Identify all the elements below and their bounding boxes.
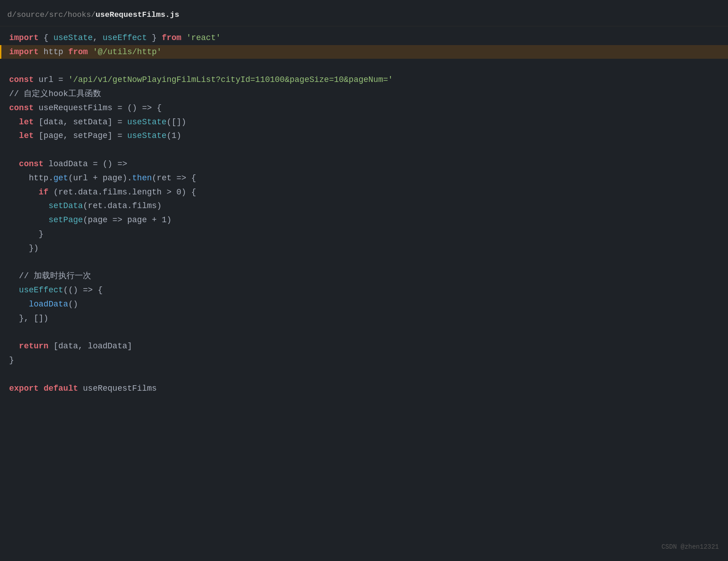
token: setPage xyxy=(48,215,83,224)
token xyxy=(9,342,19,351)
token xyxy=(39,384,44,393)
line-content: // 自定义hook工具函数 xyxy=(9,87,101,101)
token: setData xyxy=(48,201,83,210)
token: [data, loadData] xyxy=(48,342,132,351)
token: let xyxy=(19,117,34,127)
line-content: export default useRequestFilms xyxy=(9,382,157,395)
code-line xyxy=(9,59,728,73)
token: '@/utils/http' xyxy=(93,47,162,56)
code-line: export default useRequestFilms xyxy=(9,382,728,396)
code-line: }, []) xyxy=(9,311,728,326)
token xyxy=(181,33,186,42)
token: useEffect xyxy=(103,33,147,42)
line-content: setData(ret.data.films) xyxy=(9,199,162,213)
token: (ret => { xyxy=(152,173,196,183)
token: }, []) xyxy=(9,314,48,323)
line-content: return [data, loadData] xyxy=(9,340,132,353)
token: '/api/v1/getNowPlayingFilmList?cityId=11… xyxy=(68,75,393,84)
code-line: import { useState, useEffect } from 'rea… xyxy=(9,31,728,45)
line-content: const loadData = () => xyxy=(9,158,127,171)
line-content: http.get(url + page).then(ret => { xyxy=(9,172,196,185)
line-content: loadData() xyxy=(9,298,78,311)
token: from xyxy=(68,47,88,56)
code-line: // 加载时执行一次 xyxy=(9,269,728,283)
line-content xyxy=(9,256,14,269)
code-line xyxy=(9,326,728,340)
token: (ret.data.films.length > 0) { xyxy=(48,188,196,197)
breadcrumb-filename: useRequestFilms.js xyxy=(96,10,179,19)
code-line: const loadData = () => xyxy=(9,157,728,171)
code-line: // 自定义hook工具函数 xyxy=(9,87,728,101)
token: } xyxy=(9,230,44,239)
code-line: loadData() xyxy=(9,297,728,311)
code-line: const url = '/api/v1/getNowPlayingFilmLi… xyxy=(9,73,728,87)
code-line: const useRequestFilms = () => { xyxy=(9,101,728,115)
token xyxy=(9,117,19,127)
code-content: import { useState, useEffect } from 'rea… xyxy=(0,31,728,396)
token: [page, setPage] = xyxy=(34,131,127,140)
token: loadData = () => xyxy=(44,159,128,168)
token: from xyxy=(162,33,181,42)
token: } xyxy=(147,33,161,42)
code-line: useEffect(() => { xyxy=(9,283,728,297)
token: (page => page + 1) xyxy=(83,215,171,224)
code-line: import http from '@/utils/http' xyxy=(0,45,728,59)
token: // 自定义hook工具函数 xyxy=(9,89,101,98)
token xyxy=(9,215,48,224)
breadcrumb: d/source/src/hooks/useRequestFilms.js xyxy=(0,5,728,26)
token: () xyxy=(68,300,78,309)
token xyxy=(9,188,39,197)
token: 'react' xyxy=(186,33,221,42)
line-content xyxy=(9,326,14,339)
token: } xyxy=(9,356,14,365)
token: url = xyxy=(34,75,68,84)
line-content xyxy=(9,143,14,157)
line-content: const url = '/api/v1/getNowPlayingFilmLi… xyxy=(9,73,393,87)
token: { xyxy=(39,33,53,42)
line-content: let [page, setPage] = useState(1) xyxy=(9,129,181,143)
token: (1) xyxy=(167,131,181,140)
token: useState xyxy=(127,117,166,127)
watermark: CSDN @zhen12321 xyxy=(661,542,719,552)
token: // 加载时执行一次 xyxy=(9,271,91,280)
line-content: if (ret.data.films.length > 0) { xyxy=(9,186,196,199)
token xyxy=(9,286,19,295)
breadcrumb-path: d/source/src/hooks/ xyxy=(7,10,96,19)
line-content: let [data, setData] = useState([]) xyxy=(9,116,186,129)
token: const xyxy=(19,159,44,168)
token: (() => { xyxy=(63,286,103,295)
code-line: } xyxy=(9,353,728,367)
code-line: http.get(url + page).then(ret => { xyxy=(9,171,728,185)
token: , xyxy=(93,33,103,42)
token: get xyxy=(53,173,68,183)
token: default xyxy=(44,384,78,393)
code-line: setPage(page => page + 1) xyxy=(9,213,728,227)
token: const xyxy=(9,75,34,84)
line-content: // 加载时执行一次 xyxy=(9,270,91,283)
token: let xyxy=(19,131,34,140)
code-editor: d/source/src/hooks/useRequestFilms.js im… xyxy=(0,0,728,561)
line-content: useEffect(() => { xyxy=(9,284,103,297)
token: then xyxy=(132,173,152,183)
token: useRequestFilms = () => { xyxy=(34,103,162,112)
token: useRequestFilms xyxy=(78,384,157,393)
token: loadData xyxy=(29,300,68,309)
token: [data, setData] = xyxy=(34,117,127,127)
code-line: let [page, setPage] = useState(1) xyxy=(9,129,728,143)
code-line: let [data, setData] = useState([]) xyxy=(9,115,728,129)
line-content: }, []) xyxy=(9,312,48,325)
line-content: } xyxy=(9,228,44,241)
code-line xyxy=(9,143,728,157)
token: useEffect xyxy=(19,286,63,295)
line-content: }) xyxy=(9,242,39,255)
line-content: const useRequestFilms = () => { xyxy=(9,102,162,115)
token: }) xyxy=(9,244,39,253)
line-content xyxy=(9,368,14,381)
token: import xyxy=(9,47,39,56)
token: http xyxy=(39,47,68,56)
token xyxy=(88,47,93,56)
token: const xyxy=(9,103,34,112)
line-content: setPage(page => page + 1) xyxy=(9,214,171,227)
line-content xyxy=(9,59,14,72)
token xyxy=(9,300,29,309)
